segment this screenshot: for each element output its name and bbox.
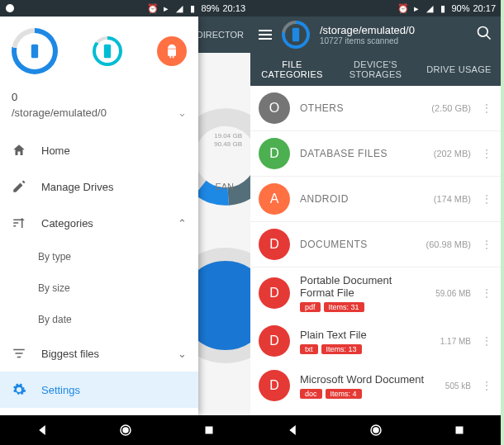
menu-home[interactable]: Home [0, 132, 198, 168]
more-icon[interactable]: ⋮ [481, 379, 492, 392]
home-icon [12, 143, 26, 158]
tab-device-storages[interactable]: DEVICE'S STORAGES [334, 50, 417, 89]
clock: 20:13 [222, 3, 245, 13]
chevron-down-icon[interactable]: ⌄ [178, 107, 187, 119]
gear-icon [12, 382, 26, 397]
item-size: 59.06 MB [435, 289, 471, 298]
tab-drive-usage[interactable]: DRIVE USAGE [417, 54, 501, 84]
menu-about[interactable]: ?About application [0, 408, 198, 415]
battery-percent: 90% [451, 3, 469, 13]
signal-icon: ◢ [425, 3, 435, 13]
chevron-down-icon: ⌄ [178, 348, 187, 360]
drive-icon-android[interactable] [157, 36, 187, 66]
drive-path: /storage/emulated/0 ⌄ [12, 107, 187, 119]
battery-percent: 89% [201, 3, 219, 13]
home-button[interactable] [368, 423, 383, 438]
menu-settings[interactable]: Settings [0, 372, 198, 408]
signal-icon: ◢ [174, 3, 184, 13]
item-name: Microsoft Word Open XML Document [300, 414, 435, 415]
home-button[interactable] [118, 423, 133, 438]
tab-file-categories[interactable]: FILE CATEGORIES [250, 50, 334, 89]
drive-icon [282, 21, 310, 49]
more-icon[interactable]: ⋮ [481, 147, 492, 160]
avatar: D [259, 229, 290, 260]
clock: 20:17 [473, 3, 496, 13]
right-phone: ⏰ ▸ ◢ ▮ 90% 20:17 /storage/emulated/0 10… [250, 0, 501, 445]
list-item[interactable]: DMicrosoft Word Open XML DocumentdocxIte… [250, 408, 501, 415]
alarm-icon: ⏰ [148, 3, 158, 13]
list-item[interactable]: OOTHERS(2.50 GB)⋮ [250, 86, 501, 131]
list-item[interactable]: DPlain Text FiletxtItems: 131.17 MB⋮ [250, 319, 501, 363]
avatar: D [259, 138, 290, 169]
menu-by-size[interactable]: By size [0, 272, 198, 304]
more-icon[interactable]: ⋮ [481, 286, 492, 300]
stat-text: 19.04 GB90.48 GB [214, 132, 242, 148]
edit-icon [12, 179, 26, 194]
menu-biggest-files[interactable]: Biggest files⌄ [0, 335, 198, 372]
drive-icon-alt[interactable] [93, 36, 122, 66]
recent-button[interactable] [452, 423, 467, 438]
count-chip: Items: 13 [321, 344, 362, 354]
content: OOTHERS(2.50 GB)⋮DDATABASE FILES(202 MB)… [250, 86, 501, 415]
menu-categories[interactable]: Categories⌃ [0, 205, 198, 241]
more-icon[interactable]: ⋮ [481, 102, 492, 115]
back-button[interactable] [35, 423, 50, 438]
svg-rect-10 [205, 427, 212, 434]
more-icon[interactable]: ⋮ [481, 192, 492, 206]
item-size: (2.50 GB) [431, 103, 471, 113]
battery-icon: ▮ [438, 3, 448, 13]
tabs: FILE CATEGORIES DEVICE'S STORAGES DRIVE … [250, 53, 501, 86]
more-icon[interactable]: ⋮ [481, 334, 492, 348]
item-size: (174 MB) [434, 194, 471, 204]
ext-chip: txt [300, 344, 318, 354]
toolbar-subtitle: 10727 items scanned [320, 36, 415, 45]
file-list[interactable]: OOTHERS(2.50 GB)⋮DDATABASE FILES(202 MB)… [250, 86, 501, 415]
svg-rect-16 [455, 427, 463, 434]
wifi-icon: ▸ [411, 3, 421, 13]
list-item[interactable]: DDOCUMENTS(60.98 MB)⋮ [250, 222, 501, 267]
item-name: DOCUMENTS [300, 239, 416, 250]
chevron-up-icon: ⌃ [178, 217, 187, 230]
statusbar: ⏰ ▸ ◢ ▮ 90% 20:17 [250, 0, 501, 17]
more-icon[interactable]: ⋮ [481, 238, 492, 251]
list-item[interactable]: DMicrosoft Word DocumentdocItems: 4505 k… [250, 363, 501, 408]
android-navbar [0, 415, 250, 445]
avatar: D [259, 325, 290, 357]
list-item[interactable]: DPortable Document Format FilepdfItems: … [250, 267, 501, 319]
item-name: Microsoft Word Document [300, 373, 435, 386]
wifi-icon: ▸ [161, 3, 171, 13]
android-navbar [250, 415, 501, 445]
svg-point-12 [478, 27, 488, 37]
app-toolbar: /storage/emulated/0 10727 items scanned [250, 17, 501, 53]
item-name: DATABASE FILES [300, 148, 424, 159]
item-name: Portable Document Format File [300, 274, 426, 299]
drawer-menu: Home Manage Drives Categories⌃ By type B… [0, 127, 198, 415]
list-item[interactable]: DDATABASE FILES(202 MB)⋮ [250, 131, 501, 177]
back-button[interactable] [285, 423, 300, 438]
menu-by-date[interactable]: By date [0, 304, 198, 335]
drawer-header: 0 /storage/emulated/0 ⌄ [0, 17, 198, 127]
battery-icon: ▮ [188, 3, 197, 13]
avatar: D [259, 370, 290, 401]
recent-button[interactable] [202, 423, 216, 438]
search-icon[interactable] [476, 25, 492, 45]
svg-rect-11 [292, 28, 299, 42]
toolbar-title: /storage/emulated/0 [320, 24, 415, 37]
viber-icon [5, 3, 15, 13]
nav-drawer: 0 /storage/emulated/0 ⌄ Home Manage Driv… [0, 17, 198, 415]
svg-line-13 [487, 36, 491, 40]
item-size: (202 MB) [434, 149, 471, 159]
item-size: 1.17 MB [440, 337, 471, 346]
svg-rect-4 [31, 45, 38, 59]
ext-chip: doc [300, 389, 322, 399]
drive-icon-main[interactable] [12, 28, 58, 74]
clean-label: EAN [215, 182, 234, 192]
avatar: O [259, 92, 290, 124]
menu-manage-drives[interactable]: Manage Drives [0, 168, 198, 205]
menu-icon[interactable] [259, 30, 272, 40]
svg-point-0 [6, 4, 14, 12]
sort-icon [12, 215, 26, 230]
list-item[interactable]: AANDROID(174 MB)⋮ [250, 177, 501, 222]
count-chip: Items: 4 [326, 389, 362, 399]
menu-by-type[interactable]: By type [0, 241, 198, 272]
